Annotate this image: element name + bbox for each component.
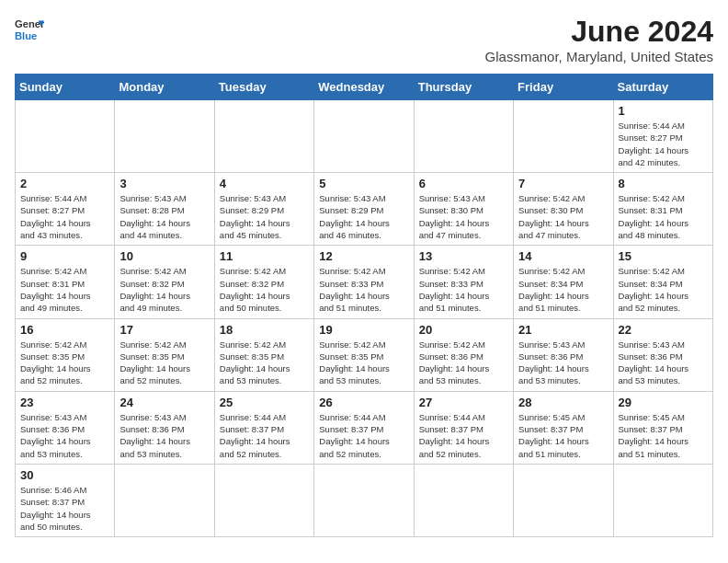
day-number: 11 (220, 249, 309, 263)
day-info: Sunrise: 5:42 AM Sunset: 8:30 PM Dayligh… (518, 192, 608, 241)
calendar-cell: 5Sunrise: 5:43 AM Sunset: 8:29 PM Daylig… (314, 173, 414, 246)
calendar-cell: 20Sunrise: 5:42 AM Sunset: 8:36 PM Dayli… (414, 318, 513, 391)
calendar-cell: 28Sunrise: 5:45 AM Sunset: 8:37 PM Dayli… (514, 391, 613, 464)
title-area: June 2024 Glassmanor, Maryland, United S… (485, 15, 713, 64)
day-number: 2 (20, 177, 109, 190)
day-number: 28 (518, 396, 608, 409)
calendar-cell (514, 100, 613, 173)
svg-text:Blue: Blue (15, 30, 37, 41)
day-info: Sunrise: 5:42 AM Sunset: 8:32 PM Dayligh… (119, 265, 209, 314)
day-info: Sunrise: 5:44 AM Sunset: 8:27 PM Dayligh… (619, 120, 708, 168)
calendar-cell (214, 100, 313, 173)
calendar-cell: 2Sunrise: 5:44 AM Sunset: 8:27 PM Daylig… (16, 173, 115, 246)
day-info: Sunrise: 5:43 AM Sunset: 8:29 PM Dayligh… (220, 192, 309, 241)
calendar-cell: 15Sunrise: 5:42 AM Sunset: 8:34 PM Dayli… (613, 246, 712, 318)
day-number: 16 (20, 323, 109, 337)
calendar-cell: 27Sunrise: 5:44 AM Sunset: 8:37 PM Dayli… (414, 391, 513, 464)
day-info: Sunrise: 5:43 AM Sunset: 8:29 PM Dayligh… (319, 192, 408, 241)
day-info: Sunrise: 5:45 AM Sunset: 8:37 PM Dayligh… (518, 411, 608, 460)
weekday-header-sunday: Sunday (16, 75, 115, 100)
calendar-cell (613, 464, 712, 536)
calendar-cell: 29Sunrise: 5:45 AM Sunset: 8:37 PM Dayli… (613, 391, 712, 464)
calendar-cell: 8Sunrise: 5:42 AM Sunset: 8:31 PM Daylig… (613, 173, 712, 246)
calendar-cell (214, 464, 313, 536)
weekday-header-saturday: Saturday (613, 75, 712, 100)
day-info: Sunrise: 5:42 AM Sunset: 8:34 PM Dayligh… (619, 265, 708, 314)
day-info: Sunrise: 5:42 AM Sunset: 8:33 PM Dayligh… (419, 265, 508, 314)
day-number: 4 (220, 177, 309, 190)
day-number: 15 (619, 249, 708, 263)
logo-icon: General Blue (15, 15, 44, 44)
calendar-cell: 7Sunrise: 5:42 AM Sunset: 8:30 PM Daylig… (514, 173, 613, 246)
day-number: 12 (319, 249, 408, 263)
calendar-week-6: 30Sunrise: 5:46 AM Sunset: 8:37 PM Dayli… (16, 464, 713, 536)
day-info: Sunrise: 5:42 AM Sunset: 8:34 PM Dayligh… (518, 265, 608, 314)
calendar-cell: 1Sunrise: 5:44 AM Sunset: 8:27 PM Daylig… (613, 100, 712, 173)
calendar-cell (115, 100, 214, 173)
calendar-table: SundayMondayTuesdayWednesdayThursdayFrid… (15, 74, 713, 537)
weekday-header-thursday: Thursday (414, 75, 513, 100)
day-info: Sunrise: 5:42 AM Sunset: 8:35 PM Dayligh… (220, 339, 309, 387)
day-info: Sunrise: 5:42 AM Sunset: 8:33 PM Dayligh… (319, 265, 408, 314)
day-number: 1 (619, 104, 708, 118)
calendar-cell: 24Sunrise: 5:43 AM Sunset: 8:36 PM Dayli… (115, 391, 214, 464)
calendar-cell: 21Sunrise: 5:43 AM Sunset: 8:36 PM Dayli… (514, 318, 613, 391)
calendar-cell: 10Sunrise: 5:42 AM Sunset: 8:32 PM Dayli… (115, 246, 214, 318)
calendar-week-2: 2Sunrise: 5:44 AM Sunset: 8:27 PM Daylig… (16, 173, 713, 246)
calendar-cell: 3Sunrise: 5:43 AM Sunset: 8:28 PM Daylig… (115, 173, 214, 246)
day-number: 14 (518, 249, 608, 263)
calendar-cell: 25Sunrise: 5:44 AM Sunset: 8:37 PM Dayli… (214, 391, 313, 464)
day-info: Sunrise: 5:42 AM Sunset: 8:35 PM Dayligh… (319, 339, 408, 387)
calendar-week-1: 1Sunrise: 5:44 AM Sunset: 8:27 PM Daylig… (16, 100, 713, 173)
calendar-cell (314, 464, 414, 536)
calendar-cell: 9Sunrise: 5:42 AM Sunset: 8:31 PM Daylig… (16, 246, 115, 318)
calendar-cell: 19Sunrise: 5:42 AM Sunset: 8:35 PM Dayli… (314, 318, 414, 391)
day-info: Sunrise: 5:42 AM Sunset: 8:36 PM Dayligh… (419, 339, 508, 387)
day-info: Sunrise: 5:43 AM Sunset: 8:36 PM Dayligh… (518, 339, 608, 387)
day-number: 20 (419, 323, 508, 337)
day-info: Sunrise: 5:42 AM Sunset: 8:35 PM Dayligh… (20, 339, 109, 387)
calendar-cell (16, 100, 115, 173)
calendar-cell: 22Sunrise: 5:43 AM Sunset: 8:36 PM Dayli… (613, 318, 712, 391)
day-info: Sunrise: 5:43 AM Sunset: 8:30 PM Dayligh… (419, 192, 508, 241)
calendar-cell: 23Sunrise: 5:43 AM Sunset: 8:36 PM Dayli… (16, 391, 115, 464)
calendar-week-5: 23Sunrise: 5:43 AM Sunset: 8:36 PM Dayli… (16, 391, 713, 464)
day-number: 21 (518, 323, 608, 337)
day-number: 22 (619, 323, 708, 337)
day-info: Sunrise: 5:43 AM Sunset: 8:36 PM Dayligh… (619, 339, 708, 387)
day-info: Sunrise: 5:46 AM Sunset: 8:37 PM Dayligh… (20, 484, 109, 533)
day-number: 30 (20, 468, 109, 482)
day-info: Sunrise: 5:42 AM Sunset: 8:32 PM Dayligh… (220, 265, 309, 314)
day-number: 3 (119, 177, 209, 190)
day-number: 6 (419, 177, 508, 190)
day-number: 19 (319, 323, 408, 337)
calendar-cell (514, 464, 613, 536)
location-title: Glassmanor, Maryland, United States (485, 49, 713, 64)
day-info: Sunrise: 5:42 AM Sunset: 8:35 PM Dayligh… (119, 339, 209, 387)
day-info: Sunrise: 5:44 AM Sunset: 8:37 PM Dayligh… (220, 411, 309, 460)
day-info: Sunrise: 5:42 AM Sunset: 8:31 PM Dayligh… (20, 265, 109, 314)
day-number: 9 (20, 249, 109, 263)
day-number: 23 (20, 396, 109, 409)
weekday-header-friday: Friday (514, 75, 613, 100)
calendar-cell (414, 464, 513, 536)
day-info: Sunrise: 5:45 AM Sunset: 8:37 PM Dayligh… (619, 411, 708, 460)
day-info: Sunrise: 5:43 AM Sunset: 8:36 PM Dayligh… (119, 411, 209, 460)
weekday-header-wednesday: Wednesday (314, 75, 414, 100)
calendar-cell: 18Sunrise: 5:42 AM Sunset: 8:35 PM Dayli… (214, 318, 313, 391)
calendar-cell: 4Sunrise: 5:43 AM Sunset: 8:29 PM Daylig… (214, 173, 313, 246)
day-number: 17 (119, 323, 209, 337)
day-number: 5 (319, 177, 408, 190)
day-info: Sunrise: 5:44 AM Sunset: 8:37 PM Dayligh… (419, 411, 508, 460)
page-header: General Blue June 2024 Glassmanor, Maryl… (15, 15, 713, 64)
day-number: 7 (518, 177, 608, 190)
calendar-cell: 17Sunrise: 5:42 AM Sunset: 8:35 PM Dayli… (115, 318, 214, 391)
calendar-week-4: 16Sunrise: 5:42 AM Sunset: 8:35 PM Dayli… (16, 318, 713, 391)
day-number: 18 (220, 323, 309, 337)
calendar-week-3: 9Sunrise: 5:42 AM Sunset: 8:31 PM Daylig… (16, 246, 713, 318)
day-number: 13 (419, 249, 508, 263)
day-number: 26 (319, 396, 408, 409)
day-info: Sunrise: 5:43 AM Sunset: 8:28 PM Dayligh… (119, 192, 209, 241)
calendar-cell: 12Sunrise: 5:42 AM Sunset: 8:33 PM Dayli… (314, 246, 414, 318)
calendar-cell: 6Sunrise: 5:43 AM Sunset: 8:30 PM Daylig… (414, 173, 513, 246)
